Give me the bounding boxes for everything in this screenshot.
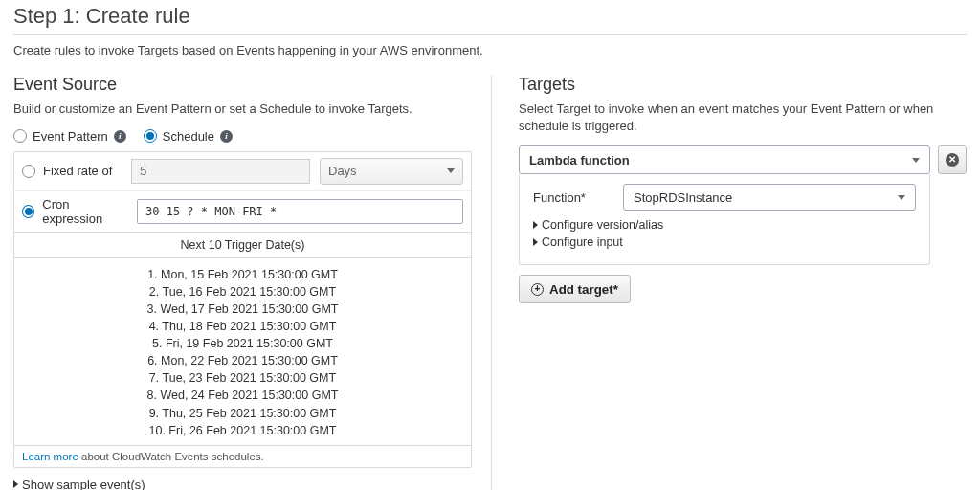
chevron-right-icon: [533, 221, 538, 229]
trigger-date: 7. Tue, 23 Feb 2021 15:30:00 GMT: [14, 369, 471, 387]
function-label: Function*: [533, 190, 604, 205]
trigger-dates-list: 1. Mon, 15 Feb 2021 15:30:00 GMT 2. Tue,…: [14, 257, 471, 445]
schedule-box: Fixed rate of Days Cron expression N: [13, 151, 472, 468]
targets-heading: Targets: [519, 75, 967, 95]
page-title: Step 1: Create rule: [13, 4, 967, 29]
trigger-date: 9. Thu, 25 Feb 2021 15:30:00 GMT: [14, 405, 471, 422]
target-type-value: Lambda function: [529, 153, 630, 167]
fixed-rate-unit-value: Days: [328, 164, 357, 178]
function-value: StopRDSInstance: [634, 190, 732, 205]
fixed-rate-input: [131, 159, 310, 184]
target-type-select[interactable]: Lambda function: [519, 145, 930, 174]
radio-icon: [144, 129, 157, 143]
trigger-date: 1. Mon, 15 Feb 2021 15:30:00 GMT: [14, 266, 471, 283]
info-icon[interactable]: i: [114, 130, 126, 143]
trigger-dates-header: Next 10 Trigger Date(s): [14, 232, 471, 257]
close-icon: ✕: [946, 153, 959, 167]
chevron-down-icon: [898, 195, 905, 200]
show-sample-events-expander[interactable]: Show sample event(s): [13, 478, 145, 490]
learn-more-link[interactable]: Learn more: [22, 451, 78, 462]
fixed-rate-row: Fixed rate of Days: [14, 152, 471, 190]
radio-schedule-label: Schedule: [163, 129, 214, 144]
add-target-label: Add target*: [549, 282, 618, 297]
radio-schedule[interactable]: Schedule i: [144, 129, 233, 144]
configure-input-expander[interactable]: Configure input: [533, 235, 916, 249]
radio-fixed-rate[interactable]: [22, 165, 35, 178]
title-divider: [13, 34, 967, 35]
fixed-rate-unit-select: Days: [320, 158, 463, 185]
plus-icon: +: [531, 283, 544, 296]
add-target-button[interactable]: + Add target*: [519, 275, 631, 303]
cron-row: Cron expression: [14, 190, 471, 232]
radio-icon: [13, 129, 27, 143]
trigger-date: 2. Tue, 16 Feb 2021 15:30:00 GMT: [14, 283, 471, 301]
show-sample-events-label: Show sample event(s): [22, 478, 145, 490]
event-source-mode-row: Event Pattern i Schedule i: [13, 129, 472, 144]
trigger-date: 3. Wed, 17 Feb 2021 15:30:00 GMT: [14, 301, 471, 318]
configure-version-expander[interactable]: Configure version/alias: [533, 218, 916, 232]
chevron-down-icon: [447, 168, 455, 173]
cron-label: Cron expression: [42, 197, 127, 226]
radio-event-pattern[interactable]: Event Pattern i: [13, 129, 126, 144]
remove-target-button[interactable]: ✕: [938, 145, 967, 174]
radio-cron[interactable]: [22, 205, 34, 218]
learn-more-row: Learn more about CloudWatch Events sched…: [14, 445, 471, 467]
trigger-date: 6. Mon, 22 Feb 2021 15:30:00 GMT: [14, 352, 471, 369]
chevron-right-icon: [13, 480, 18, 488]
chevron-down-icon: [912, 158, 920, 163]
radio-event-pattern-label: Event Pattern: [33, 129, 108, 144]
target-config-panel: Function* StopRDSInstance Configure vers…: [519, 174, 930, 265]
info-icon[interactable]: i: [220, 130, 233, 143]
function-select[interactable]: StopRDSInstance: [623, 184, 916, 211]
configure-input-label: Configure input: [542, 235, 623, 249]
cron-expression-input[interactable]: [137, 199, 463, 224]
page-subtitle: Create rules to invoke Targets based on …: [13, 43, 967, 57]
chevron-right-icon: [533, 238, 538, 246]
trigger-date: 10. Fri, 26 Feb 2021 15:30:00 GMT: [14, 422, 471, 439]
event-source-heading: Event Source: [13, 75, 472, 95]
event-source-desc: Build or customize an Event Pattern or s…: [13, 100, 472, 118]
configure-version-label: Configure version/alias: [542, 218, 663, 232]
targets-desc: Select Target to invoke when an event ma…: [519, 100, 967, 134]
trigger-date: 5. Fri, 19 Feb 2021 15:30:00 GMT: [14, 335, 471, 352]
fixed-rate-label: Fixed rate of: [43, 164, 112, 178]
learn-more-suffix: about CloudWatch Events schedules.: [78, 451, 264, 462]
trigger-date: 8. Wed, 24 Feb 2021 15:30:00 GMT: [14, 387, 471, 404]
trigger-date: 4. Thu, 18 Feb 2021 15:30:00 GMT: [14, 318, 471, 335]
